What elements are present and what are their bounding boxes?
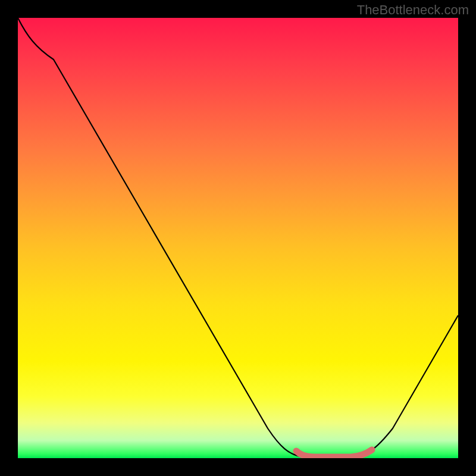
watermark-text: TheBottleneck.com — [357, 2, 469, 18]
plot-area — [18, 18, 458, 458]
chart-svg — [18, 18, 458, 458]
mask-band — [296, 450, 372, 457]
bottleneck-curve — [18, 18, 458, 457]
